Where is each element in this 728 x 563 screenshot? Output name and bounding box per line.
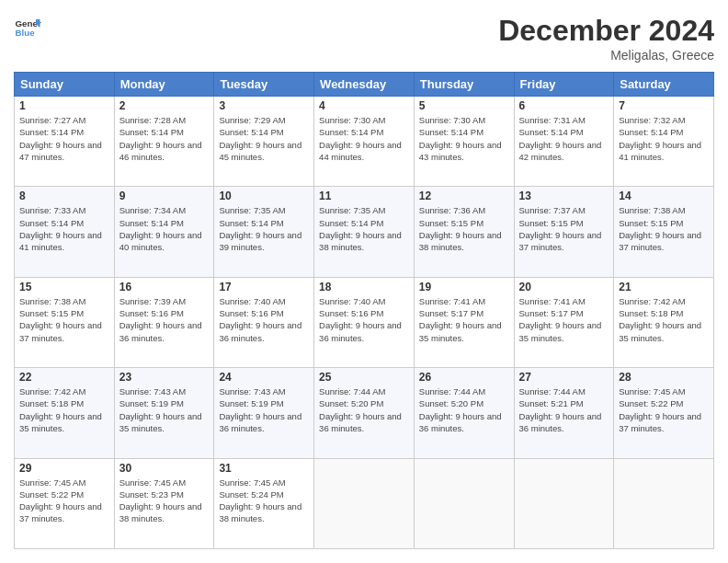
day-number: 2	[119, 99, 210, 112]
calendar-cell: 8Sunrise: 7:33 AMSunset: 5:14 PMDaylight…	[15, 187, 115, 277]
calendar-cell: 27Sunrise: 7:44 AMSunset: 5:21 PMDayligh…	[514, 368, 614, 458]
day-info: Sunrise: 7:29 AMSunset: 5:14 PMDaylight:…	[219, 114, 309, 163]
day-number: 25	[319, 371, 409, 384]
calendar-cell: 20Sunrise: 7:41 AMSunset: 5:17 PMDayligh…	[514, 277, 614, 367]
day-info: Sunrise: 7:27 AMSunset: 5:14 PMDaylight:…	[19, 114, 109, 163]
calendar-cell: 22Sunrise: 7:42 AMSunset: 5:18 PMDayligh…	[15, 368, 115, 458]
header-monday: Monday	[114, 73, 214, 97]
day-info: Sunrise: 7:34 AMSunset: 5:14 PMDaylight:…	[119, 204, 210, 253]
calendar-cell: 13Sunrise: 7:37 AMSunset: 5:15 PMDayligh…	[514, 187, 614, 277]
day-number: 13	[519, 190, 609, 202]
day-number: 24	[219, 371, 309, 384]
day-info: Sunrise: 7:36 AMSunset: 5:15 PMDaylight:…	[419, 204, 509, 253]
day-number: 19	[419, 281, 509, 293]
day-info: Sunrise: 7:38 AMSunset: 5:15 PMDaylight:…	[19, 295, 109, 344]
calendar-cell: 23Sunrise: 7:43 AMSunset: 5:19 PMDayligh…	[114, 368, 214, 458]
header: General Blue December 2024 Meligalas, Gr…	[14, 14, 714, 63]
day-info: Sunrise: 7:45 AMSunset: 5:24 PMDaylight:…	[219, 477, 309, 525]
logo: General Blue	[14, 14, 41, 41]
calendar-cell	[514, 458, 614, 548]
calendar-cell: 24Sunrise: 7:43 AMSunset: 5:19 PMDayligh…	[214, 368, 314, 458]
calendar-cell: 30Sunrise: 7:45 AMSunset: 5:23 PMDayligh…	[114, 458, 214, 548]
calendar-cell: 4Sunrise: 7:30 AMSunset: 5:14 PMDaylight…	[314, 97, 415, 187]
day-info: Sunrise: 7:44 AMSunset: 5:20 PMDaylight:…	[419, 385, 509, 434]
day-number: 12	[419, 190, 509, 202]
day-number: 3	[219, 99, 309, 112]
day-info: Sunrise: 7:40 AMSunset: 5:16 PMDaylight:…	[319, 295, 409, 344]
day-info: Sunrise: 7:41 AMSunset: 5:17 PMDaylight:…	[519, 295, 609, 344]
month-title: December 2024	[498, 14, 714, 48]
calendar-cell: 19Sunrise: 7:41 AMSunset: 5:17 PMDayligh…	[414, 277, 514, 367]
day-info: Sunrise: 7:44 AMSunset: 5:21 PMDaylight:…	[519, 385, 609, 434]
day-number: 23	[119, 371, 210, 384]
day-info: Sunrise: 7:39 AMSunset: 5:16 PMDaylight:…	[119, 295, 210, 344]
calendar-cell: 7Sunrise: 7:32 AMSunset: 5:14 PMDaylight…	[614, 97, 714, 187]
week-row-5: 29Sunrise: 7:45 AMSunset: 5:22 PMDayligh…	[15, 458, 714, 548]
page: General Blue December 2024 Meligalas, Gr…	[0, 0, 728, 563]
calendar-cell: 6Sunrise: 7:31 AMSunset: 5:14 PMDaylight…	[514, 97, 614, 187]
day-info: Sunrise: 7:43 AMSunset: 5:19 PMDaylight:…	[119, 385, 210, 434]
week-row-4: 22Sunrise: 7:42 AMSunset: 5:18 PMDayligh…	[15, 368, 714, 458]
day-number: 9	[119, 190, 210, 202]
calendar-cell: 29Sunrise: 7:45 AMSunset: 5:22 PMDayligh…	[15, 458, 115, 548]
week-row-2: 8Sunrise: 7:33 AMSunset: 5:14 PMDaylight…	[15, 187, 714, 277]
day-info: Sunrise: 7:32 AMSunset: 5:14 PMDaylight:…	[619, 114, 709, 163]
day-info: Sunrise: 7:41 AMSunset: 5:17 PMDaylight:…	[419, 295, 509, 344]
day-number: 27	[519, 371, 609, 384]
calendar-table: SundayMondayTuesdayWednesdayThursdayFrid…	[14, 72, 714, 549]
day-info: Sunrise: 7:45 AMSunset: 5:22 PMDaylight:…	[619, 385, 709, 434]
day-number: 21	[619, 281, 709, 293]
day-info: Sunrise: 7:40 AMSunset: 5:16 PMDaylight:…	[219, 295, 309, 344]
day-number: 4	[319, 99, 409, 112]
day-number: 14	[619, 190, 709, 202]
calendar-cell: 28Sunrise: 7:45 AMSunset: 5:22 PMDayligh…	[614, 368, 714, 458]
calendar-cell: 1Sunrise: 7:27 AMSunset: 5:14 PMDaylight…	[15, 97, 115, 187]
day-number: 17	[219, 281, 309, 293]
calendar-cell	[614, 458, 714, 548]
day-info: Sunrise: 7:45 AMSunset: 5:23 PMDaylight:…	[119, 477, 210, 525]
day-number: 1	[19, 99, 109, 112]
calendar-cell	[314, 458, 415, 548]
day-number: 31	[219, 462, 309, 475]
header-sunday: Sunday	[15, 73, 115, 97]
location: Meligalas, Greece	[498, 48, 714, 63]
day-info: Sunrise: 7:30 AMSunset: 5:14 PMDaylight:…	[419, 114, 509, 163]
day-info: Sunrise: 7:31 AMSunset: 5:14 PMDaylight:…	[519, 114, 609, 163]
day-info: Sunrise: 7:42 AMSunset: 5:18 PMDaylight:…	[19, 385, 109, 434]
day-number: 22	[19, 371, 109, 384]
calendar-cell: 16Sunrise: 7:39 AMSunset: 5:16 PMDayligh…	[114, 277, 214, 367]
day-info: Sunrise: 7:30 AMSunset: 5:14 PMDaylight:…	[319, 114, 409, 163]
day-number: 16	[119, 281, 210, 293]
day-number: 18	[319, 281, 409, 293]
day-info: Sunrise: 7:43 AMSunset: 5:19 PMDaylight:…	[219, 385, 309, 434]
calendar-cell: 15Sunrise: 7:38 AMSunset: 5:15 PMDayligh…	[15, 277, 115, 367]
day-number: 5	[419, 99, 509, 112]
day-info: Sunrise: 7:35 AMSunset: 5:14 PMDaylight:…	[319, 204, 409, 253]
day-info: Sunrise: 7:37 AMSunset: 5:15 PMDaylight:…	[519, 204, 609, 253]
day-number: 26	[419, 371, 509, 384]
day-info: Sunrise: 7:44 AMSunset: 5:20 PMDaylight:…	[319, 385, 409, 434]
calendar-cell	[414, 458, 514, 548]
title-area: December 2024 Meligalas, Greece	[498, 14, 714, 63]
week-row-3: 15Sunrise: 7:38 AMSunset: 5:15 PMDayligh…	[15, 277, 714, 367]
logo-icon: General Blue	[14, 14, 41, 41]
day-number: 7	[619, 99, 709, 112]
day-info: Sunrise: 7:45 AMSunset: 5:22 PMDaylight:…	[19, 477, 109, 525]
calendar-cell: 25Sunrise: 7:44 AMSunset: 5:20 PMDayligh…	[314, 368, 415, 458]
calendar-cell: 11Sunrise: 7:35 AMSunset: 5:14 PMDayligh…	[314, 187, 415, 277]
calendar-cell: 5Sunrise: 7:30 AMSunset: 5:14 PMDaylight…	[414, 97, 514, 187]
header-thursday: Thursday	[414, 73, 514, 97]
day-number: 28	[619, 371, 709, 384]
calendar-cell: 10Sunrise: 7:35 AMSunset: 5:14 PMDayligh…	[214, 187, 314, 277]
calendar-cell: 3Sunrise: 7:29 AMSunset: 5:14 PMDaylight…	[214, 97, 314, 187]
day-number: 10	[219, 190, 309, 202]
calendar-cell: 2Sunrise: 7:28 AMSunset: 5:14 PMDaylight…	[114, 97, 214, 187]
day-number: 15	[19, 281, 109, 293]
day-info: Sunrise: 7:42 AMSunset: 5:18 PMDaylight:…	[619, 295, 709, 344]
calendar-cell: 9Sunrise: 7:34 AMSunset: 5:14 PMDaylight…	[114, 187, 214, 277]
day-number: 6	[519, 99, 609, 112]
day-info: Sunrise: 7:28 AMSunset: 5:14 PMDaylight:…	[119, 114, 210, 163]
calendar-cell: 21Sunrise: 7:42 AMSunset: 5:18 PMDayligh…	[614, 277, 714, 367]
calendar-cell: 26Sunrise: 7:44 AMSunset: 5:20 PMDayligh…	[414, 368, 514, 458]
day-number: 29	[19, 462, 109, 475]
